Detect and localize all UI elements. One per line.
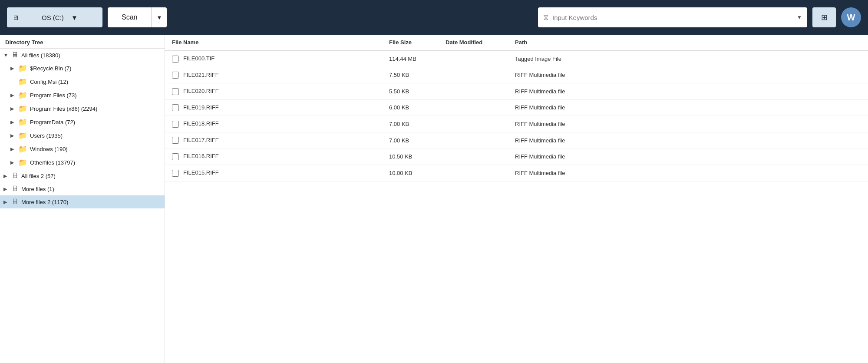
directory-tree: ▼🖥All files (18380)▶📁$Recycle.Bin (7)📁Co… bbox=[0, 49, 165, 208]
header: 🖥 OS (C:) ▼ Scan ▼ ⧖ ▼ ⊞ W bbox=[0, 0, 868, 35]
scan-dropdown-button[interactable]: ▼ bbox=[151, 7, 167, 27]
tree-arrow-icon: ▶ bbox=[10, 160, 18, 165]
file-name-label: FILE019.RIFF bbox=[183, 104, 219, 111]
col-header-path: Path bbox=[508, 35, 868, 50]
file-checkbox[interactable] bbox=[172, 137, 179, 144]
tree-arrow-icon: ▶ bbox=[10, 106, 18, 112]
sidebar-item-windows[interactable]: ▶📁Windows (190) bbox=[0, 142, 165, 156]
file-date-cell bbox=[439, 132, 508, 148]
hdd-tree-icon: 🖥 bbox=[11, 198, 19, 206]
sidebar: Directory Tree ▼🖥All files (18380)▶📁$Rec… bbox=[0, 35, 165, 363]
file-table: File Name File Size Date Modified Path F… bbox=[165, 35, 868, 182]
file-path-cell: RIFF Multimedia file bbox=[508, 99, 868, 116]
file-name-cell: FILE020.RIFF bbox=[165, 83, 382, 100]
table-row: FILE019.RIFF6.00 KBRIFF Multimedia file bbox=[165, 99, 868, 116]
table-row: FILE021.RIFF7.50 KBRIFF Multimedia file bbox=[165, 67, 868, 83]
file-name-label: FILE018.RIFF bbox=[183, 120, 219, 127]
file-date-cell bbox=[439, 83, 508, 100]
file-table-body: FILE000.TIF114.44 MBTagged Image FileFIL… bbox=[165, 50, 868, 181]
tree-arrow-icon: ▶ bbox=[3, 173, 11, 179]
main-layout: Directory Tree ▼🖥All files (18380)▶📁$Rec… bbox=[0, 35, 868, 363]
file-name-label: FILE015.RIFF bbox=[183, 169, 219, 176]
tree-arrow-icon: ▶ bbox=[3, 199, 11, 205]
sidebar-item-program-files[interactable]: ▶📁Program Files (73) bbox=[0, 89, 165, 102]
drive-selector[interactable]: 🖥 OS (C:) ▼ bbox=[7, 7, 102, 27]
file-size-cell: 6.00 KB bbox=[382, 99, 439, 116]
search-input[interactable] bbox=[552, 14, 793, 21]
folder-tree-icon: 📁 bbox=[18, 131, 27, 140]
table-header-row: File Name File Size Date Modified Path bbox=[165, 35, 868, 50]
file-name-label: FILE000.TIF bbox=[183, 55, 215, 62]
folder-tree-icon: 📁 bbox=[18, 118, 27, 127]
file-size-cell: 7.50 KB bbox=[382, 67, 439, 83]
sidebar-item-recycle-bin[interactable]: ▶📁$Recycle.Bin (7) bbox=[0, 62, 165, 75]
scan-btn-group: Scan ▼ bbox=[108, 7, 167, 27]
sidebar-item-otherfiles[interactable]: ▶📁Otherfiles (13797) bbox=[0, 156, 165, 169]
folder-tree-icon: 📁 bbox=[18, 104, 27, 113]
sidebar-header: Directory Tree bbox=[0, 35, 165, 49]
col-header-size: File Size bbox=[382, 35, 439, 50]
tree-item-label: Users (1935) bbox=[30, 132, 63, 139]
table-row: FILE018.RIFF7.00 KBRIFF Multimedia file bbox=[165, 116, 868, 132]
tree-item-label: More files (1) bbox=[21, 186, 54, 192]
hdd-tree-icon: 🖥 bbox=[11, 172, 19, 180]
file-date-cell bbox=[439, 67, 508, 83]
tree-arrow-icon: ▶ bbox=[10, 92, 18, 98]
tree-arrow-icon: ▶ bbox=[10, 146, 18, 152]
folder-tree-icon: 📁 bbox=[18, 145, 27, 154]
tree-item-label: All files (18380) bbox=[21, 52, 60, 59]
sidebar-item-program-files-x86[interactable]: ▶📁Program Files (x86) (2294) bbox=[0, 102, 165, 116]
view-toggle-button[interactable]: ⊞ bbox=[812, 7, 836, 27]
col-header-filename: File Name bbox=[165, 35, 382, 50]
file-checkbox[interactable] bbox=[172, 104, 179, 111]
hdd-tree-icon: 🖥 bbox=[11, 51, 19, 59]
file-name-label: FILE020.RIFF bbox=[183, 88, 219, 94]
hdd-tree-icon: 🖥 bbox=[11, 185, 19, 193]
sidebar-item-config-msi[interactable]: 📁Config.Msi (12) bbox=[0, 75, 165, 89]
folder-tree-icon: 📁 bbox=[18, 91, 27, 100]
tree-item-label: Program Files (73) bbox=[30, 92, 77, 99]
file-date-cell bbox=[439, 99, 508, 116]
file-date-cell bbox=[439, 148, 508, 165]
folder-tree-icon: 📁 bbox=[18, 64, 27, 73]
file-checkbox[interactable] bbox=[172, 88, 179, 95]
col-header-date: Date Modified bbox=[439, 35, 508, 50]
file-name-cell: FILE016.RIFF bbox=[165, 148, 382, 165]
sidebar-item-program-data[interactable]: ▶📁ProgramData (72) bbox=[0, 116, 165, 129]
file-path-cell: RIFF Multimedia file bbox=[508, 67, 868, 83]
tree-item-label: Otherfiles (13797) bbox=[30, 159, 75, 166]
file-name-cell: FILE000.TIF bbox=[165, 50, 382, 67]
tree-item-label: Program Files (x86) (2294) bbox=[30, 106, 97, 112]
hdd-icon: 🖥 bbox=[12, 14, 38, 21]
table-row: FILE015.RIFF10.00 KBRIFF Multimedia file bbox=[165, 165, 868, 181]
search-chevron-icon: ▼ bbox=[797, 14, 802, 20]
file-checkbox[interactable] bbox=[172, 153, 179, 160]
tree-arrow-icon: ▶ bbox=[10, 133, 18, 139]
drive-chevron-icon: ▼ bbox=[71, 14, 97, 21]
sidebar-item-users[interactable]: ▶📁Users (1935) bbox=[0, 129, 165, 142]
table-row: FILE000.TIF114.44 MBTagged Image File bbox=[165, 50, 868, 67]
file-checkbox[interactable] bbox=[172, 170, 179, 177]
file-checkbox[interactable] bbox=[172, 121, 179, 128]
tree-arrow-icon: ▶ bbox=[10, 119, 18, 125]
scan-button[interactable]: Scan bbox=[108, 7, 151, 27]
tree-item-label: Config.Msi (12) bbox=[30, 79, 68, 85]
tree-arrow-icon: ▶ bbox=[10, 66, 18, 71]
sidebar-item-all-files-2[interactable]: ▶🖥All files 2 (57) bbox=[0, 169, 165, 182]
drive-label: OS (C:) bbox=[42, 14, 68, 21]
table-row: FILE020.RIFF5.50 KBRIFF Multimedia file bbox=[165, 83, 868, 100]
file-checkbox[interactable] bbox=[172, 56, 179, 63]
folder-tree-icon: 📁 bbox=[18, 158, 27, 167]
sidebar-item-all-files[interactable]: ▼🖥All files (18380) bbox=[0, 49, 165, 62]
avatar[interactable]: W bbox=[841, 7, 861, 27]
file-size-cell: 7.00 KB bbox=[382, 132, 439, 148]
file-checkbox[interactable] bbox=[172, 72, 179, 79]
file-name-cell: FILE018.RIFF bbox=[165, 116, 382, 132]
tree-arrow-icon: ▼ bbox=[3, 53, 11, 58]
file-name-label: FILE016.RIFF bbox=[183, 153, 219, 159]
file-size-cell: 114.44 MB bbox=[382, 50, 439, 67]
sidebar-item-more-files-2[interactable]: ▶🖥More files 2 (1170) bbox=[0, 195, 165, 208]
file-name-label: FILE021.RIFF bbox=[183, 72, 219, 78]
table-row: FILE016.RIFF10.50 KBRIFF Multimedia file bbox=[165, 148, 868, 165]
sidebar-item-more-files[interactable]: ▶🖥More files (1) bbox=[0, 182, 165, 195]
